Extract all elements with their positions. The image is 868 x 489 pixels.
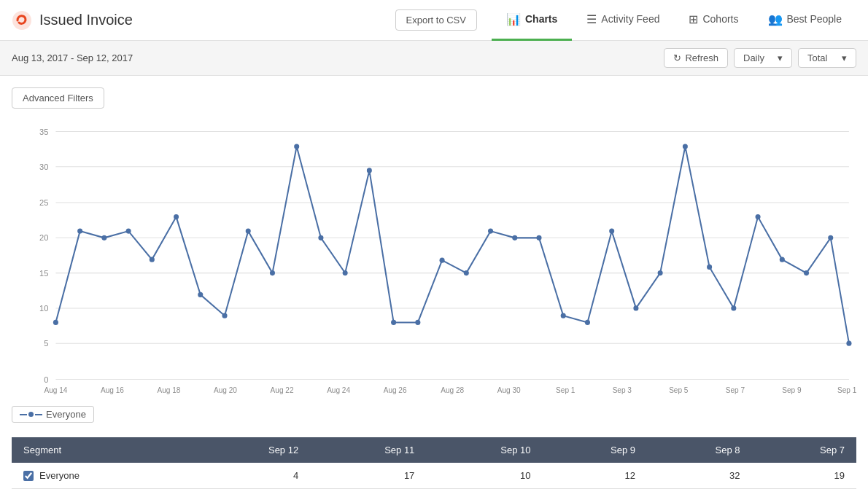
col-sep10: Sep 10 [426,437,542,463]
val-sep7: 19 [751,463,856,489]
svg-text:35: 35 [39,128,48,136]
svg-text:15: 15 [39,269,48,278]
svg-text:5: 5 [44,339,48,348]
svg-point-37 [174,214,179,219]
refresh-icon: ↻ [673,52,681,63]
svg-text:Sep 1: Sep 1 [556,386,576,394]
svg-point-40 [246,229,251,234]
svg-point-32 [53,320,58,325]
refresh-button[interactable]: ↻ Refresh [664,48,728,68]
svg-text:Sep 3: Sep 3 [613,386,632,394]
svg-point-46 [391,320,396,325]
svg-point-48 [440,258,445,263]
svg-text:Aug 18: Aug 18 [158,386,181,394]
svg-text:Sep 5: Sep 5 [669,386,689,394]
svg-point-65 [846,341,851,346]
svg-text:10: 10 [39,304,48,313]
svg-point-0 [12,11,31,30]
toolbar-controls: ↻ Refresh Daily ▾ Total ▾ [664,48,856,68]
page-title: Issued Invoice [39,12,395,28]
chart-line [55,146,849,343]
val-sep9: 12 [543,463,647,489]
svg-point-49 [464,270,469,275]
segment-cell: Everyone [12,463,194,488]
svg-point-54 [585,320,590,325]
toolbar: Aug 13, 2017 - Sep 12, 2017 ↻ Refresh Da… [0,41,868,76]
svg-point-51 [512,235,517,240]
app-logo [12,10,32,31]
line-chart: 0 5 10 15 20 25 30 35 Aug 14 Aug 16 Aug … [12,117,856,394]
svg-point-34 [101,235,106,240]
svg-point-64 [828,235,833,240]
svg-text:Sep 7: Sep 7 [726,386,745,394]
legend-item-everyone[interactable]: Everyone [12,406,94,423]
svg-point-63 [804,270,809,275]
svg-text:20: 20 [39,233,48,242]
svg-point-52 [536,235,541,240]
val-sep10: 10 [426,463,542,489]
svg-point-44 [343,270,348,275]
col-sep7: Sep 7 [751,437,856,463]
aggregate-dropdown[interactable]: Total ▾ [798,48,856,68]
segment-name: Everyone [39,470,80,481]
tab-charts[interactable]: 📊 Charts [492,0,572,41]
svg-point-43 [318,235,323,240]
svg-point-50 [488,229,493,234]
table-row: Everyone 4 17 10 12 32 19 [12,463,856,489]
val-sep12: 4 [194,463,310,489]
svg-text:Aug 16: Aug 16 [101,386,124,394]
svg-text:0: 0 [44,375,48,383]
data-table: Segment Sep 12 Sep 11 Sep 10 Sep 9 Sep 8… [12,437,856,489]
tab-best-people[interactable]: 👥 Best People [753,0,857,41]
period-dropdown[interactable]: Daily ▾ [734,48,792,68]
svg-text:Sep 11: Sep 11 [837,386,856,394]
svg-text:30: 30 [39,163,48,171]
svg-text:Sep 9: Sep 9 [782,386,802,394]
col-sep9: Sep 9 [543,437,647,463]
svg-point-36 [150,257,155,262]
main-nav: Export to CSV 📊 Charts ☰ Activity Feed ⊞… [395,0,856,41]
chart-legend: Everyone [12,406,856,423]
people-icon: 👥 [768,12,783,26]
table-body: Everyone 4 17 10 12 32 19 [12,463,856,489]
svg-point-60 [731,305,736,310]
date-range: Aug 13, 2017 - Sep 12, 2017 [12,52,133,63]
svg-point-53 [561,313,566,318]
header: Issued Invoice Export to CSV 📊 Charts ☰ … [0,0,868,41]
advanced-filters-button[interactable]: Advanced Filters [12,87,104,109]
col-sep11: Sep 11 [310,437,426,463]
svg-point-61 [756,214,761,219]
svg-point-62 [780,257,785,262]
svg-point-33 [77,229,82,234]
svg-point-35 [126,229,131,234]
table-header: Segment Sep 12 Sep 11 Sep 10 Sep 9 Sep 8… [12,437,856,463]
chevron-down-icon: ▾ [778,52,783,63]
svg-text:Aug 14: Aug 14 [44,386,67,394]
legend-label-everyone: Everyone [46,409,86,420]
svg-text:Aug 30: Aug 30 [497,386,521,394]
grid-icon: ⊞ [689,12,698,26]
svg-point-41 [270,270,275,275]
everyone-checkbox[interactable] [23,471,34,481]
col-sep12: Sep 12 [194,437,310,463]
export-csv-button[interactable]: Export to CSV [395,9,477,31]
svg-point-42 [294,144,299,149]
tab-cohorts[interactable]: ⊞ Cohorts [674,0,753,41]
chevron-down-icon: ▾ [842,52,847,63]
svg-point-57 [658,270,663,275]
chart-area: 0 5 10 15 20 25 30 35 Aug 14 Aug 16 Aug … [12,117,856,394]
svg-text:Aug 28: Aug 28 [441,386,464,394]
svg-point-58 [683,144,688,149]
svg-point-55 [609,229,614,234]
svg-text:Aug 24: Aug 24 [327,386,350,394]
col-sep8: Sep 8 [647,437,751,463]
bar-chart-icon: 📊 [506,12,521,26]
svg-text:25: 25 [39,198,48,207]
val-sep11: 17 [310,463,426,489]
svg-text:Aug 26: Aug 26 [384,386,407,394]
svg-point-59 [707,265,712,270]
svg-point-38 [198,292,203,297]
svg-point-56 [633,305,638,310]
svg-text:Aug 22: Aug 22 [271,386,294,394]
tab-activity-feed[interactable]: ☰ Activity Feed [572,0,674,41]
